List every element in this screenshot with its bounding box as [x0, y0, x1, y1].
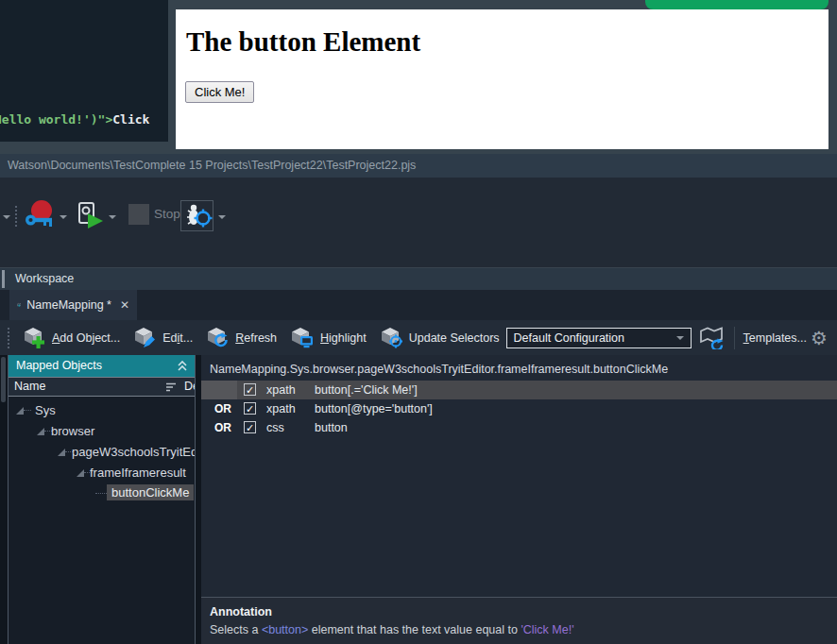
- configuration-select[interactable]: Default Configuration: [506, 328, 692, 348]
- record-keyword-test-button[interactable]: [25, 200, 56, 231]
- namemapping-map-icon: [17, 297, 21, 314]
- namemapping-toolbar: Add Object... Edit... Refresh: [0, 320, 837, 355]
- record-dropdown-arrow-icon[interactable]: [60, 215, 67, 219]
- mapped-objects-title: Mapped Objects: [16, 359, 102, 372]
- stop-icon: [128, 204, 149, 225]
- highlight-button[interactable]: Highlight: [291, 328, 367, 348]
- column-description[interactable]: Desc: [184, 378, 196, 396]
- label-key: H: [320, 331, 329, 345]
- checkbox-checked[interactable]: ✓: [244, 383, 256, 396]
- mapped-objects-header: Mapped Objects: [9, 355, 195, 377]
- selector-type: xpath: [266, 402, 296, 415]
- annotation-title: Annotation: [210, 605, 837, 619]
- code-text: Click: [112, 112, 149, 127]
- toolbar-grip-icon[interactable]: [15, 206, 17, 227]
- annotation-mid: element that has the text value equal to: [308, 623, 521, 636]
- selector-row[interactable]: OR ✓ css button: [201, 418, 837, 437]
- map-refresh-icon: [699, 326, 725, 349]
- highlight-cube-icon: [291, 328, 314, 348]
- expander-icon[interactable]: [16, 407, 24, 415]
- edit-cube-icon: [134, 328, 156, 348]
- expander-icon[interactable]: [37, 428, 44, 435]
- click-me-button[interactable]: Click Me!: [185, 81, 254, 103]
- label-post: ighlight: [329, 331, 367, 345]
- tab-label: NameMapping *: [26, 298, 111, 312]
- collapse-chevrons-icon[interactable]: [177, 361, 188, 371]
- update-selectors-cube-icon: [381, 328, 402, 348]
- browser-preview-zone: Hello world!')">Click The button Element…: [0, 0, 837, 154]
- annotation-section: Annotation Selects a <button> element th…: [201, 597, 837, 644]
- mapped-objects-tree: Sys browser pageW3schoolsTryitEd frameIf…: [9, 397, 195, 504]
- tree-item-label: buttonClickMe: [107, 484, 194, 500]
- edit-button[interactable]: Edit...: [134, 328, 193, 348]
- tree-item-frame[interactable]: frameIframeresult: [9, 463, 195, 483]
- label-post: emplates...: [749, 331, 807, 345]
- run-test-button[interactable]: [76, 201, 104, 233]
- debug-dropdown-arrow-icon[interactable]: [218, 215, 226, 219]
- refresh-cube-icon: [207, 328, 229, 348]
- tab-close-icon[interactable]: ✕: [120, 299, 129, 311]
- tree-item-label: browser: [51, 424, 94, 438]
- refresh-configuration-button[interactable]: [699, 326, 725, 349]
- gear-icon[interactable]: ⚙: [811, 329, 828, 347]
- nm-toolbar-grip-icon[interactable]: [8, 328, 9, 348]
- add-object-button[interactable]: Add Object...: [24, 328, 120, 348]
- combo-arrow-icon: [676, 336, 684, 340]
- selector-row[interactable]: OR ✓ xpath button[@type='button']: [201, 399, 837, 418]
- debug-button[interactable]: [180, 200, 214, 231]
- run-green-button[interactable]: [645, 0, 828, 9]
- record-key-icon: [25, 200, 56, 228]
- toolbar-overflow-arrow-icon[interactable]: [3, 215, 10, 219]
- label-post: efresh: [244, 331, 277, 345]
- document-tab-strip: NameMapping * ✕: [0, 290, 837, 320]
- configuration-value: Default Configuration: [514, 331, 624, 345]
- tree-item-sys[interactable]: Sys: [9, 400, 195, 421]
- expander-icon[interactable]: [58, 449, 65, 456]
- toolbar-separator: [734, 327, 735, 349]
- add-object-cube-icon: [24, 328, 45, 348]
- label-post: t...: [179, 331, 193, 345]
- testcomplete-window: Hello world!')">Click The button Element…: [0, 0, 837, 644]
- run-dropdown-arrow-icon[interactable]: [109, 215, 116, 219]
- column-name[interactable]: Name: [14, 378, 45, 396]
- selector-type: xpath: [266, 383, 296, 397]
- left-scrollbar-thumb[interactable]: [1, 357, 6, 402]
- workspace-grip-icon[interactable]: [2, 270, 5, 288]
- selector-value[interactable]: button: [315, 421, 348, 434]
- tree-item-page[interactable]: pageW3schoolsTryitEd: [9, 442, 195, 463]
- tree-item-label: Sys: [35, 403, 56, 417]
- selector-value[interactable]: button[@type='button']: [315, 402, 433, 415]
- refresh-button[interactable]: Refresh: [207, 328, 277, 348]
- update-selectors-label: Update Selectors: [409, 331, 500, 345]
- or-label: OR: [214, 421, 231, 434]
- stop-button: Stop: [154, 207, 180, 221]
- selector-panel: NameMapping.Sys.browser.pageW3schoolsTry…: [201, 355, 837, 644]
- run-test-icon: [76, 201, 104, 229]
- tree-item-buttonclickme[interactable]: buttonClickMe: [9, 483, 195, 504]
- selector-rows: ✓ xpath button[.='Click Me!'] OR ✓ xpath…: [201, 381, 837, 437]
- or-label: OR: [214, 402, 231, 415]
- main-toolbar: Stop: [0, 178, 837, 267]
- tree-column-header: Name Desc: [9, 377, 195, 397]
- code-editor-panel: Hello world!')">Click: [0, 0, 168, 142]
- workspace-bar: Workspace: [0, 267, 837, 290]
- code-string: Hello world!')">: [0, 112, 112, 127]
- label-post: dd Object...: [60, 331, 120, 345]
- selector-value[interactable]: button[.='Click Me!']: [315, 383, 418, 397]
- debug-bug-icon: [182, 202, 213, 229]
- update-selectors-button[interactable]: Update Selectors: [381, 328, 500, 348]
- label-key: R: [235, 331, 244, 345]
- templates-button[interactable]: Templates...: [743, 331, 807, 345]
- checkbox-checked[interactable]: ✓: [244, 402, 256, 415]
- selector-row[interactable]: ✓ xpath button[.='Click Me!']: [201, 381, 837, 399]
- tab-namemapping[interactable]: NameMapping * ✕: [9, 290, 137, 320]
- mapped-objects-panel: Mapped Objects Name Desc: [8, 355, 196, 644]
- tree-item-browser[interactable]: browser: [9, 421, 195, 442]
- or-cell: [201, 381, 237, 399]
- checkbox-checked[interactable]: ✓: [244, 421, 256, 433]
- page-heading: The button Element: [186, 26, 420, 58]
- expander-icon[interactable]: [77, 469, 84, 477]
- selector-type: css: [266, 421, 284, 434]
- tree-item-label: frameIframeresult: [90, 466, 186, 480]
- browser-page: The button Element Click Me!: [176, 9, 828, 149]
